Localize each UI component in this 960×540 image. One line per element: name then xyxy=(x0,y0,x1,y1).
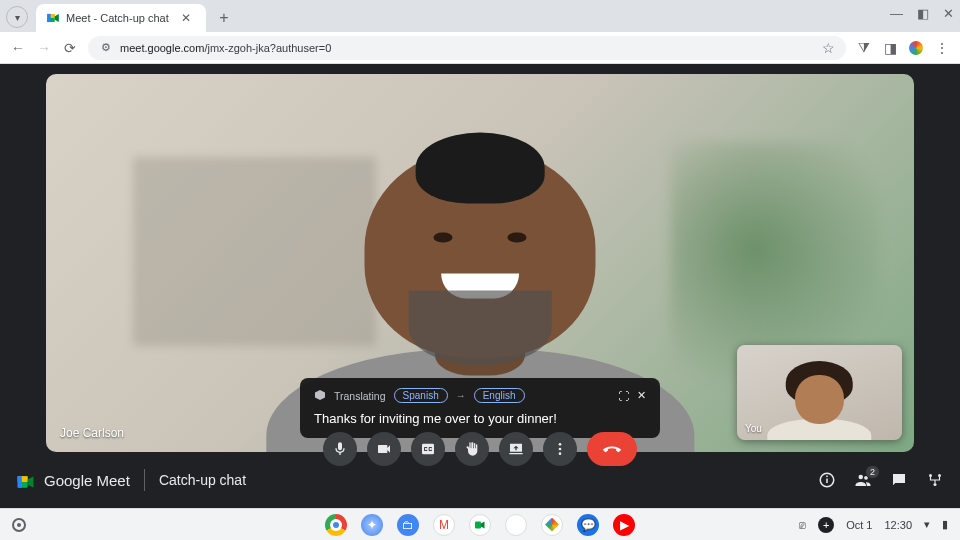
status-tray[interactable]: ⎚ + Oct 1 12:30 ▾ ▮ xyxy=(799,517,948,533)
translation-status-label: Translating xyxy=(334,390,386,402)
url-text: meet.google.com/jmx-zgoh-jka?authuser=0 xyxy=(120,42,331,54)
brand-text: Google Meet xyxy=(44,472,130,489)
cast-icon[interactable]: ⎚ xyxy=(799,519,806,531)
meet-favicon xyxy=(46,11,60,25)
side-panel-icon[interactable]: ◨ xyxy=(882,40,898,56)
profile-avatar-icon[interactable] xyxy=(908,41,924,55)
svg-point-12 xyxy=(859,475,864,480)
wifi-icon: ▾ xyxy=(924,518,930,531)
tab-close-icon[interactable]: ✕ xyxy=(181,11,191,25)
video-stage: Joe Carlson Translating Spanish → Englis… xyxy=(0,64,960,452)
more-options-button[interactable] xyxy=(543,432,577,466)
self-view-tile[interactable]: You xyxy=(737,345,902,440)
play-store-app-icon[interactable]: ▶ xyxy=(505,514,527,536)
messages-app-icon[interactable]: 💬 xyxy=(577,514,599,536)
right-controls: 2 xyxy=(818,471,944,489)
window-maximize-button[interactable]: ◧ xyxy=(917,6,929,21)
site-info-icon[interactable]: ⚙ xyxy=(98,41,114,54)
caption-text: Thanks for inviting me over to your dinn… xyxy=(314,411,646,426)
camera-button[interactable] xyxy=(367,432,401,466)
chrome-app-icon[interactable] xyxy=(325,514,347,536)
meet-bottom-bar: Google Meet Catch-up chat 2 xyxy=(0,452,960,508)
divider xyxy=(144,469,145,491)
meeting-details-button[interactable] xyxy=(818,471,836,489)
leave-call-button[interactable] xyxy=(587,432,637,466)
svg-rect-10 xyxy=(826,479,828,484)
arrow-right-icon: → xyxy=(456,390,466,401)
translation-caption-card: Translating Spanish → English ⛶ ✕ Thanks… xyxy=(300,378,660,438)
gemini-app-icon[interactable]: ✦ xyxy=(361,514,383,536)
window-minimize-button[interactable]: ― xyxy=(890,6,903,21)
extensions-icon[interactable]: ⧩ xyxy=(856,39,872,56)
raise-hand-button[interactable] xyxy=(455,432,489,466)
caption-close-icon[interactable]: ✕ xyxy=(637,389,646,402)
browser-tab[interactable]: Meet - Catch-up chat ✕ xyxy=(36,4,206,32)
bookmark-star-icon[interactable]: ☆ xyxy=(820,40,836,56)
participant-count-badge: 2 xyxy=(865,465,880,479)
self-figure xyxy=(762,355,878,440)
nav-forward-button[interactable]: → xyxy=(36,40,52,56)
svg-rect-11 xyxy=(826,476,828,478)
translate-icon xyxy=(314,389,326,403)
meet-logo-icon xyxy=(16,472,36,488)
present-screen-button[interactable] xyxy=(499,432,533,466)
youtube-app-icon[interactable]: ▶ xyxy=(613,514,635,536)
people-button[interactable]: 2 xyxy=(854,471,872,489)
source-language-pill[interactable]: Spanish xyxy=(394,388,448,403)
window-close-button[interactable]: ✕ xyxy=(943,6,954,21)
meet-app-icon[interactable] xyxy=(469,514,491,536)
microphone-button[interactable] xyxy=(323,432,357,466)
battery-icon: ▮ xyxy=(942,518,948,531)
meet-app: Joe Carlson Translating Spanish → Englis… xyxy=(0,64,960,508)
self-label: You xyxy=(745,423,762,434)
chat-button[interactable] xyxy=(890,471,908,489)
main-participant-video[interactable]: Joe Carlson Translating Spanish → Englis… xyxy=(46,74,914,452)
new-tab-button[interactable]: + xyxy=(212,6,236,30)
photos-app-icon[interactable] xyxy=(541,514,563,536)
svg-point-8 xyxy=(559,452,562,455)
quick-add-icon[interactable]: + xyxy=(818,517,834,533)
svg-rect-17 xyxy=(475,521,481,528)
address-bar[interactable]: ⚙ meet.google.com/jmx-zgoh-jka?authuser=… xyxy=(88,36,846,60)
nav-reload-button[interactable]: ⟳ xyxy=(62,40,78,56)
nav-back-button[interactable]: ← xyxy=(10,40,26,56)
status-date: Oct 1 xyxy=(846,519,872,531)
target-language-pill[interactable]: English xyxy=(474,388,525,403)
svg-point-7 xyxy=(559,448,562,451)
captions-button[interactable] xyxy=(411,432,445,466)
shelf-apps: ✦ 🗀 M ▶ 💬 ▶ xyxy=(325,514,635,536)
svg-point-15 xyxy=(938,474,941,477)
gmail-app-icon[interactable]: M xyxy=(433,514,455,536)
chromeos-shelf: ✦ 🗀 M ▶ 💬 ▶ ⎚ + Oct 1 12:30 ▾ ▮ xyxy=(0,508,960,540)
launcher-button[interactable] xyxy=(12,518,26,532)
svg-point-14 xyxy=(929,474,932,477)
svg-rect-2 xyxy=(47,14,51,22)
svg-point-16 xyxy=(934,483,937,486)
browser-tabstrip: ▾ Meet - Catch-up chat ✕ + ― ◧ ✕ xyxy=(0,0,960,32)
meet-brand: Google Meet xyxy=(16,472,130,489)
tab-title: Meet - Catch-up chat xyxy=(66,12,169,24)
participant-name-label: Joe Carlson xyxy=(60,426,124,440)
svg-point-6 xyxy=(559,443,562,446)
activities-button[interactable] xyxy=(926,471,944,489)
caption-expand-icon[interactable]: ⛶ xyxy=(618,390,629,402)
chrome-menu-icon[interactable]: ⋮ xyxy=(934,40,950,56)
call-controls xyxy=(323,432,637,466)
tab-search-button[interactable]: ▾ xyxy=(6,6,28,28)
browser-toolbar: ← → ⟳ ⚙ meet.google.com/jmx-zgoh-jka?aut… xyxy=(0,32,960,64)
files-app-icon[interactable]: 🗀 xyxy=(397,514,419,536)
meeting-name-label: Catch-up chat xyxy=(159,472,246,488)
svg-rect-5 xyxy=(18,476,22,488)
status-time: 12:30 xyxy=(884,519,912,531)
